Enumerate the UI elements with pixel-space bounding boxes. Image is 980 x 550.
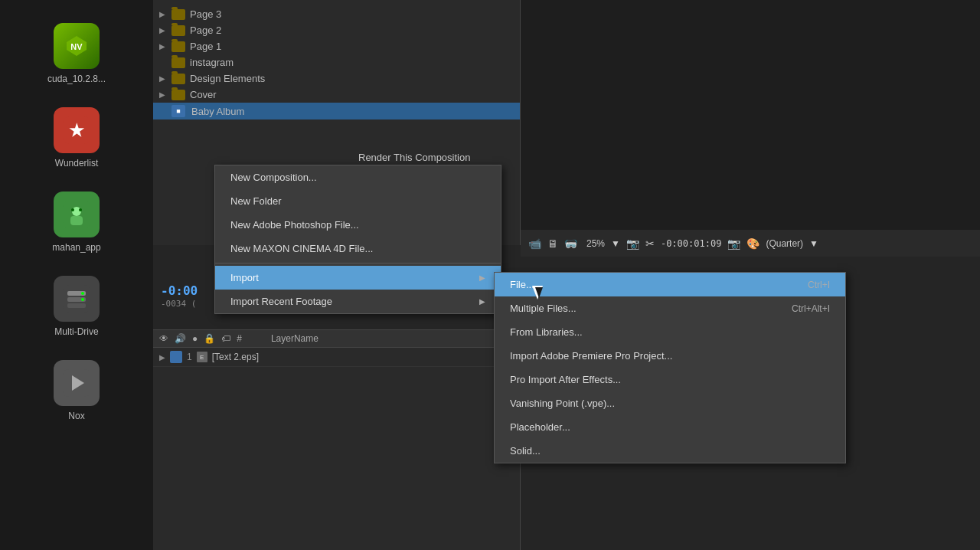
time-display: -0:00 <box>161 283 198 298</box>
shortcut-ctrl-i: Ctrl+I <box>808 280 830 290</box>
context-menu-import-submenu: File... Ctrl+I Multiple Files... Ctrl+Al… <box>494 272 846 463</box>
context-menu-main: New Composition... New Folder New Adobe … <box>214 165 501 314</box>
submenu-label: Placeholder... <box>510 421 570 433</box>
submenu-label: Multiple Files... <box>510 303 577 314</box>
arrow-icon: ▶ <box>159 90 167 99</box>
wunderlist-icon: ★ <box>54 107 100 153</box>
comp-icon: ■ <box>172 105 185 117</box>
menu-import[interactable]: Import ▶ <box>215 266 501 290</box>
svg-text:★: ★ <box>69 121 85 140</box>
mahan-label: mahan_app <box>52 242 100 253</box>
toolbar-icon-1: 📹 <box>528 237 541 250</box>
folder-icon <box>172 74 185 84</box>
arrow-icon: ▶ <box>159 26 167 34</box>
menu-new-composition[interactable]: New Composition... <box>215 165 501 189</box>
submenu-placeholder[interactable]: Placeholder... <box>495 415 845 439</box>
tree-item-label: Cover <box>190 89 217 100</box>
layer-row[interactable]: ▶ 1 E [Text 2.eps] <box>153 348 520 367</box>
submenu-label: Pro Import After Effects... <box>510 374 621 385</box>
menu-import-recent[interactable]: Import Recent Footage ▶ <box>215 290 501 313</box>
nox-icon <box>54 360 100 406</box>
folder-icon <box>172 9 185 20</box>
tree-item-page2[interactable]: ▶ Page 2 <box>153 22 520 38</box>
menu-label: New Adobe Photoshop File... <box>230 219 359 231</box>
cuda-label: cuda_10.2.8... <box>47 74 106 84</box>
nox-label: Nox <box>68 411 84 421</box>
mouse-cursor <box>532 286 541 300</box>
zoom-value: 25% <box>586 238 605 249</box>
arrow-icon: ▶ <box>159 42 167 51</box>
svg-rect-6 <box>70 216 83 225</box>
toolbar-icon-4: 📷 <box>626 237 639 250</box>
submenu-multiple-files[interactable]: Multiple Files... Ctrl+Alt+I <box>495 296 845 320</box>
layer-header: 👁 🔊 ● 🔒 🏷 # LayerName <box>153 330 520 348</box>
top-toolbar: 📹 🖥 🥽 25% ▼ 📷 ✂ -0:00:01:09 📷 🎨 (Quarter… <box>521 230 980 257</box>
layer-color-box <box>170 351 182 363</box>
svg-point-5 <box>72 207 81 216</box>
svg-point-7 <box>71 208 74 211</box>
toolbar-icon-2: 🖥 <box>547 237 558 250</box>
menu-label: New Composition... <box>230 172 317 183</box>
submenu-arrow-icon: ▶ <box>479 273 485 282</box>
tree-item-instagram[interactable]: instagram <box>153 54 520 70</box>
menu-label: Import Recent Footage <box>230 296 332 307</box>
folder-icon <box>172 25 185 36</box>
render-text: Render This Composition <box>358 152 470 163</box>
submenu-vanishing-point[interactable]: Vanishing Point (.vpe)... <box>495 391 845 415</box>
arrow-icon: ▶ <box>159 10 167 18</box>
mahan-icon <box>54 192 100 237</box>
layer-col-lock: 🔒 <box>204 333 215 344</box>
time-sub: -0034 ( <box>161 299 196 309</box>
folder-icon <box>172 90 185 100</box>
submenu-premiere-project[interactable]: Import Adobe Premiere Pro Project... <box>495 344 845 368</box>
quality-dropdown[interactable]: ▼ <box>809 238 818 249</box>
multi-drive-icon <box>54 276 100 322</box>
desktop: NV cuda_10.2.8... ★ Wunderlist <box>0 0 980 550</box>
color-icon: 🎨 <box>746 237 760 250</box>
arrow-icon: ▶ <box>159 74 167 83</box>
submenu-label: File... <box>510 279 534 290</box>
tree-item-label: Baby Album <box>191 106 244 117</box>
svg-point-13 <box>81 292 84 295</box>
menu-new-photoshop[interactable]: New Adobe Photoshop File... <box>215 213 501 237</box>
submenu-solid[interactable]: Solid... <box>495 439 845 463</box>
app-icon-mahan[interactable]: mahan_app <box>52 192 100 253</box>
tree-item-baby-album[interactable]: ■ Baby Album <box>153 103 520 119</box>
svg-point-14 <box>81 298 84 301</box>
zoom-dropdown[interactable]: ▼ <box>611 238 620 249</box>
submenu-from-libraries[interactable]: From Libraries... <box>495 320 845 344</box>
tree-item-label: Page 1 <box>190 41 221 52</box>
app-icon-multi-drive[interactable]: Multi-Drive <box>54 276 100 337</box>
menu-label: Import <box>230 272 259 283</box>
tree-item-design-elements[interactable]: ▶ Design Elements <box>153 70 520 87</box>
svg-rect-12 <box>67 303 86 308</box>
app-icon-nox[interactable]: Nox <box>54 360 100 421</box>
tree-item-page3[interactable]: ▶ Page 3 <box>153 6 520 22</box>
app-icon-cuda[interactable]: NV cuda_10.2.8... <box>47 23 106 84</box>
layer-expand[interactable]: ▶ <box>159 353 165 362</box>
submenu-label: From Libraries... <box>510 326 583 338</box>
tree-item-page1[interactable]: ▶ Page 1 <box>153 38 520 54</box>
layer-col-num: # <box>237 333 242 344</box>
layer-name: [Text 2.eps] <box>212 352 259 362</box>
tree-item-label: instagram <box>190 57 234 68</box>
submenu-pro-import[interactable]: Pro Import After Effects... <box>495 368 845 391</box>
layer-col-audio: 🔊 <box>175 333 186 344</box>
layer-number: 1 <box>187 352 192 362</box>
menu-new-folder[interactable]: New Folder <box>215 189 501 213</box>
tree-item-label: Page 2 <box>190 25 221 36</box>
cuda-icon: NV <box>54 23 100 69</box>
toolbar-icon-3: 🥽 <box>564 237 577 250</box>
submenu-label: Import Adobe Premiere Pro Project... <box>510 350 672 362</box>
svg-text:NV: NV <box>70 42 83 51</box>
layer-col-name: LayerName <box>271 333 318 344</box>
camera-icon: 📷 <box>727 237 740 250</box>
app-icon-wunderlist[interactable]: ★ Wunderlist <box>54 107 100 169</box>
submenu-file[interactable]: File... Ctrl+I <box>495 273 845 296</box>
tree-item-label: Page 3 <box>190 8 221 20</box>
tree-item-cover[interactable]: ▶ Cover <box>153 87 520 103</box>
layer-icon-eps: E <box>197 352 207 362</box>
shortcut-ctrl-alt-i: Ctrl+Alt+I <box>792 303 830 314</box>
wunderlist-label: Wunderlist <box>55 158 98 169</box>
menu-new-cinema4d[interactable]: New MAXON CINEMA 4D File... <box>215 237 501 260</box>
